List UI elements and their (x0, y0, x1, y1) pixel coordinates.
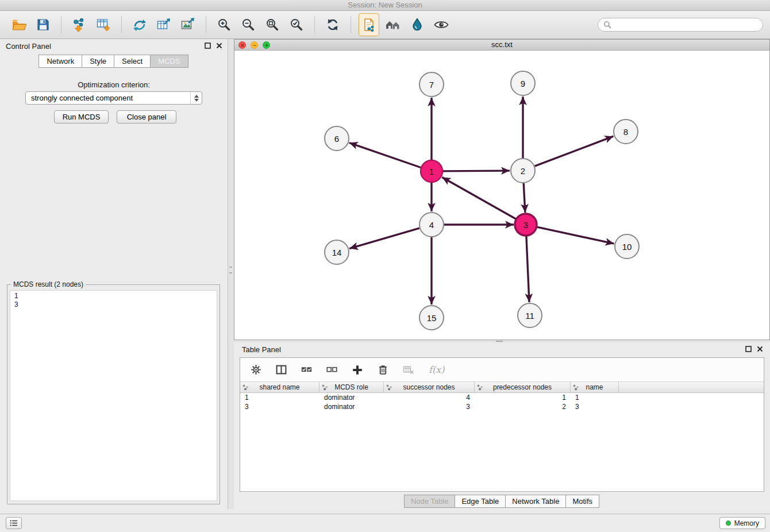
column-header-shared-name[interactable]: shared name (240, 382, 319, 392)
graph-edge-2-3[interactable] (523, 183, 525, 213)
search-field[interactable] (598, 18, 763, 32)
toggle-column-panel-button[interactable] (275, 363, 288, 376)
maximize-icon (264, 43, 269, 48)
close-panel-icon[interactable] (216, 43, 222, 49)
zoom-in-button[interactable] (214, 13, 234, 36)
graph-node-4[interactable]: 4 (419, 213, 444, 237)
graph-edge-3-10[interactable] (537, 227, 614, 244)
mcds-result-list[interactable]: 13 (10, 290, 217, 501)
close-window-button[interactable] (238, 41, 246, 49)
graph-edge-3-11[interactable] (526, 236, 529, 302)
add-column-button[interactable] (351, 363, 364, 377)
style-button[interactable] (407, 13, 428, 36)
close-panel-button[interactable]: Close panel (117, 110, 176, 124)
table-tab-motifs[interactable]: Motifs (565, 495, 599, 508)
delete-table-button[interactable] (402, 363, 415, 376)
table-cell[interactable]: dominator (319, 393, 384, 402)
open-folder-icon (11, 17, 26, 32)
table-row[interactable]: 3dominator323 (240, 402, 764, 411)
control-tab-network[interactable]: Network (38, 55, 82, 68)
table-cell[interactable]: 3 (571, 402, 619, 411)
delete-column-button[interactable] (376, 363, 390, 376)
table-toolbar: f(x) (240, 358, 764, 382)
apply-layout-button[interactable] (322, 13, 343, 36)
vertical-splitter-handle[interactable] (229, 267, 232, 273)
open-panel-button[interactable] (359, 13, 379, 36)
table-row[interactable]: 1dominator411 (240, 393, 764, 402)
graph-node-3[interactable]: 3 (515, 214, 537, 236)
import-network-button[interactable] (69, 13, 90, 36)
table-cell[interactable]: 3 (240, 402, 319, 411)
toolbar-separator (206, 16, 206, 33)
table-cell[interactable]: 1 (240, 393, 319, 402)
table-cell[interactable]: 1 (571, 393, 619, 402)
minimize-window-button[interactable] (251, 41, 258, 49)
control-tab-select[interactable]: Select (114, 55, 151, 68)
run-mcds-button[interactable]: Run MCDS (54, 110, 109, 124)
network-canvas[interactable]: 7968124314101511 (234, 51, 769, 340)
float-panel-icon[interactable] (205, 43, 211, 49)
column-header-name[interactable]: name (571, 382, 619, 392)
graph-node-15[interactable]: 15 (419, 306, 444, 330)
toolbar-separator (121, 16, 122, 33)
column-type-icon (386, 384, 392, 391)
column-header-label: MCDS role (334, 383, 368, 391)
zoom-selected-button[interactable] (286, 13, 307, 36)
toolbar-separator (314, 16, 315, 33)
graph-edge-4-14[interactable] (349, 228, 419, 249)
table-cell[interactable]: 2 (475, 402, 571, 411)
graph-edge-3-1[interactable] (442, 177, 515, 219)
control-tab-style[interactable]: Style (82, 55, 114, 68)
table-cell[interactable]: dominator (319, 402, 384, 411)
close-x-icon (240, 43, 245, 48)
graph-edge-1-2[interactable] (443, 171, 510, 171)
table-tab-node-table[interactable]: Node Table (404, 495, 456, 508)
save-session-button[interactable] (33, 13, 53, 36)
table-tab-network-table[interactable]: Network Table (505, 495, 566, 508)
search-input[interactable] (614, 20, 757, 30)
graph-node-14[interactable]: 14 (325, 240, 349, 264)
column-header-successor-nodes[interactable]: successor nodes (384, 382, 475, 392)
table-cell[interactable]: 1 (475, 393, 571, 402)
zoom-fit-button[interactable] (262, 13, 283, 36)
open-session-button[interactable] (9, 13, 29, 36)
select-all-button[interactable] (300, 363, 313, 376)
graph-edge-2-8[interactable] (535, 136, 614, 166)
new-network-button[interactable] (129, 13, 150, 36)
table-settings-button[interactable] (249, 363, 263, 376)
close-panel-icon[interactable] (757, 346, 763, 352)
graph-node-6[interactable]: 6 (325, 126, 349, 151)
function-builder-button[interactable]: f(x) (428, 363, 445, 376)
zoom-out-button[interactable] (238, 13, 259, 36)
graph-edge-1-6[interactable] (349, 143, 421, 168)
horizontal-splitter-handle[interactable] (496, 341, 503, 342)
task-history-button[interactable] (6, 517, 22, 529)
vertical-splitter[interactable] (228, 39, 234, 509)
import-table-button[interactable] (93, 13, 114, 36)
table-header-row: shared nameMCDS rolesuccessor nodesprede… (240, 382, 764, 393)
graph-node-9[interactable]: 9 (511, 71, 535, 95)
float-panel-icon[interactable] (745, 346, 752, 352)
maximize-window-button[interactable] (263, 41, 270, 49)
export-table-button[interactable] (153, 13, 174, 36)
graph-node-2[interactable]: 2 (511, 159, 535, 183)
graph-node-10[interactable]: 10 (615, 234, 639, 259)
graph-node-1[interactable]: 1 (421, 160, 442, 182)
graph-node-11[interactable]: 11 (518, 303, 542, 327)
table-cell[interactable]: 3 (384, 402, 475, 411)
graph-node-8[interactable]: 8 (614, 119, 638, 144)
export-image-button[interactable] (178, 13, 198, 36)
control-tab-mcds[interactable]: MCDS (150, 55, 188, 68)
optimization-criterion-select[interactable]: strongly connected component (25, 91, 202, 105)
column-header-MCDS-role[interactable]: MCDS role (319, 382, 384, 392)
mcds-result-group: MCDS result (2 nodes) 13 (7, 284, 220, 504)
memory-button[interactable]: Memory (719, 517, 765, 529)
table-cell[interactable]: 4 (384, 393, 475, 402)
graph-node-7[interactable]: 7 (419, 72, 444, 97)
deselect-all-button[interactable] (325, 363, 338, 376)
table-tab-edge-table[interactable]: Edge Table (455, 495, 506, 508)
graph-node-label: 10 (622, 242, 632, 252)
show-hide-button[interactable] (431, 13, 452, 36)
home-panels-button[interactable] (383, 13, 403, 36)
column-header-predecessor-nodes[interactable]: predecessor nodes (475, 382, 571, 392)
